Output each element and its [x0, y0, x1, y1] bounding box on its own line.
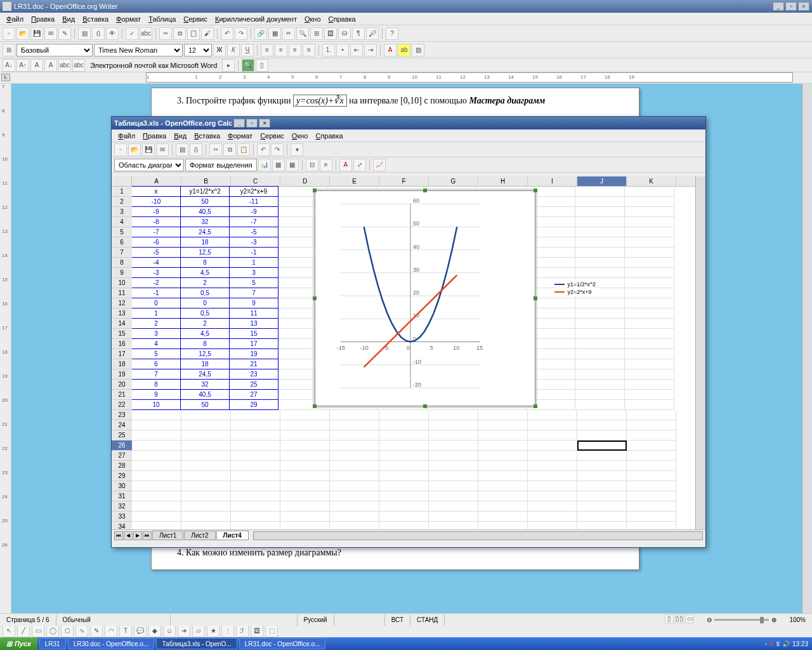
cell-D32[interactable]	[280, 501, 330, 512]
cell-G32[interactable]	[429, 501, 478, 512]
rect-icon[interactable]: ▭	[32, 625, 44, 637]
highlight-icon[interactable]: ab	[398, 44, 410, 56]
rowhead-13[interactable]: 13	[112, 308, 132, 319]
cell-A23[interactable]	[132, 410, 181, 420]
a4-icon[interactable]: A	[44, 59, 57, 72]
points-icon[interactable]: ⋮	[221, 625, 234, 637]
calc-mail-icon[interactable]: ✉	[156, 143, 169, 156]
gallery-icon[interactable]: 🖼	[324, 27, 337, 40]
cell-I23[interactable]	[528, 410, 577, 420]
cell-A10[interactable]: -2	[132, 277, 181, 288]
abc-icon[interactable]: abc	[58, 59, 71, 72]
cell-B13[interactable]: 0,5	[180, 308, 230, 319]
outdent-icon[interactable]: ⇤	[350, 44, 363, 56]
ruler-corner[interactable]: L	[1, 74, 10, 81]
indent-icon[interactable]: ⇥	[364, 44, 377, 56]
view-multi-icon[interactable]: ▯▯	[675, 614, 684, 623]
table-icon[interactable]: ▦	[268, 27, 281, 40]
cell-J27[interactable]	[577, 451, 627, 461]
cell-J26[interactable]	[577, 441, 627, 451]
view-single-icon[interactable]: ▯	[665, 614, 674, 623]
rowhead-9[interactable]: 9	[112, 268, 132, 278]
cell-E29[interactable]	[330, 471, 379, 481]
calc-menu-Окно[interactable]: Окно	[288, 131, 312, 141]
open-icon[interactable]: 📂	[16, 27, 29, 40]
chart-grid2-icon[interactable]: ▦	[286, 159, 299, 171]
cell-B20[interactable]: 32	[180, 379, 230, 390]
styles-icon[interactable]: ⊞	[3, 44, 15, 56]
cell-C31[interactable]	[231, 491, 280, 501]
rowhead-11[interactable]: 11	[112, 288, 132, 298]
calc-menu-Файл[interactable]: Файл	[114, 131, 139, 141]
cell-F33[interactable]	[379, 512, 429, 522]
cell-G33[interactable]	[429, 512, 478, 522]
system-tray[interactable]: ▫ K ti 🔊 13:23	[761, 640, 812, 647]
chart-object[interactable]: -20-100102030405060-15-10-5051015 y1=1/2…	[315, 190, 535, 406]
bgcolor-icon[interactable]: ▨	[412, 44, 424, 56]
start-button[interactable]: ⊞ Пуск	[0, 637, 37, 650]
zoom-slider[interactable]: ⊖⊕	[700, 614, 783, 626]
rowhead-23[interactable]: 23	[112, 410, 132, 420]
ellipse-icon[interactable]: ◯	[46, 625, 59, 637]
cell-A21[interactable]: 9	[132, 389, 181, 400]
cell-K26[interactable]	[627, 441, 676, 451]
cell-C22[interactable]: 29	[229, 399, 278, 410]
cell-C9[interactable]: 3	[229, 267, 278, 278]
calc-menu-Вид[interactable]: Вид	[170, 131, 190, 141]
cell-B27[interactable]	[181, 451, 231, 461]
writer-menu-Кириллический документ[interactable]: Кириллический документ	[211, 14, 301, 24]
cell-K27[interactable]	[627, 451, 676, 461]
calc-cut-icon[interactable]: ✂	[209, 143, 222, 156]
cell-C24[interactable]	[231, 420, 280, 430]
cell-C3[interactable]: -9	[229, 206, 278, 217]
cell-G34[interactable]	[429, 522, 478, 529]
calc-titlebar[interactable]: Таблица3.xls - OpenOffice.org Calc _ ▫ ×	[112, 117, 705, 129]
copy-icon[interactable]: ⧉	[173, 27, 186, 40]
cell-I28[interactable]	[528, 461, 577, 471]
cell-C29[interactable]	[231, 471, 280, 481]
fontcolor-icon[interactable]: A	[384, 44, 396, 56]
cell-C8[interactable]: 1	[229, 257, 278, 268]
cell-B15[interactable]: 4,5	[180, 328, 230, 339]
calc-menu-Справка[interactable]: Справка	[311, 131, 346, 141]
cell-A14[interactable]: 2	[132, 318, 181, 329]
colhead-B[interactable]: B	[181, 176, 231, 186]
cell-B4[interactable]: 32	[180, 216, 230, 227]
cell-C13[interactable]: 11	[229, 308, 278, 319]
status-lang[interactable]: Русский	[298, 614, 334, 626]
cell-A27[interactable]	[132, 451, 181, 461]
align-left-icon[interactable]: ≡	[261, 44, 273, 56]
cell-J14[interactable]	[575, 319, 625, 329]
calc-print-icon[interactable]: ⎙	[190, 143, 202, 156]
cell-B8[interactable]: 8	[180, 257, 230, 268]
cell-K14[interactable]	[625, 319, 674, 329]
status-std[interactable]: СТАНД	[410, 614, 445, 626]
cell-A20[interactable]: 8	[132, 379, 181, 390]
align-center-icon[interactable]: ≡	[275, 44, 287, 56]
cell-I25[interactable]	[528, 430, 577, 441]
cell-K31[interactable]	[627, 491, 676, 501]
chart-type-icon[interactable]: 📊	[258, 159, 271, 171]
autospell-icon[interactable]: abc	[140, 27, 152, 40]
sheet-nav-next[interactable]: ▶	[133, 531, 142, 540]
bullist-icon[interactable]: •	[336, 44, 349, 56]
calc-pdf-icon[interactable]: ▤	[176, 143, 188, 156]
cell-F31[interactable]	[379, 491, 429, 501]
sheet-tab-Лист2[interactable]: Лист2	[184, 531, 215, 540]
cell-C5[interactable]: -5	[229, 227, 278, 237]
cell-J24[interactable]	[577, 420, 627, 430]
rowhead-12[interactable]: 12	[112, 298, 132, 308]
chart-scale-icon[interactable]: ⤢	[353, 159, 366, 171]
npchar-icon[interactable]: ¶	[352, 27, 365, 40]
cell-K12[interactable]	[625, 298, 674, 308]
cell-H31[interactable]	[478, 491, 528, 501]
rowhead-7[interactable]: 7	[112, 248, 132, 258]
a1-icon[interactable]: A↓	[3, 59, 15, 72]
align-justify-icon[interactable]: ≡	[303, 44, 315, 56]
nav-icon[interactable]: ⊞	[310, 27, 323, 40]
a2-icon[interactable]: A↑	[16, 59, 29, 72]
cell-J2[interactable]	[575, 197, 625, 207]
polygon-icon[interactable]: ⬠	[61, 625, 74, 637]
arrows-icon[interactable]: ➜	[178, 625, 190, 637]
cell-H25[interactable]	[478, 430, 528, 441]
